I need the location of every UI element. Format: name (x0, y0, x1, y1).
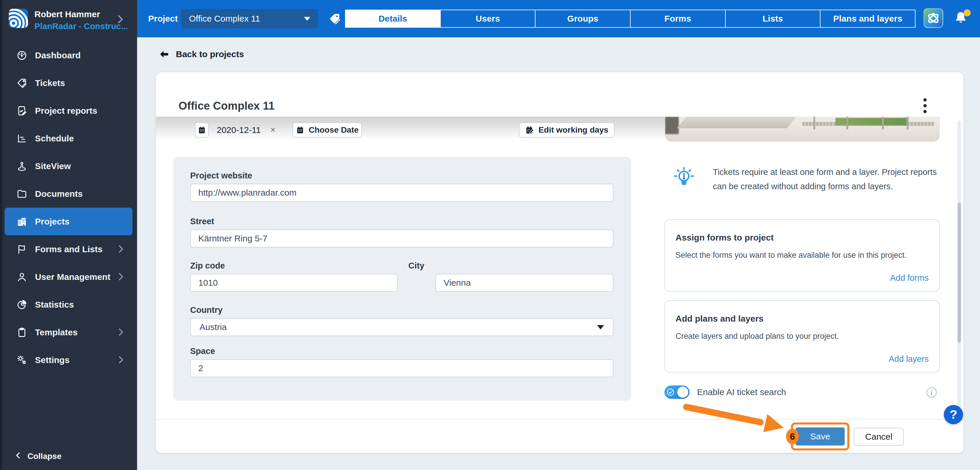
address-form-panel: Project website Street Zip code City Cou… (173, 157, 631, 401)
cancel-button[interactable]: Cancel (854, 428, 904, 446)
chevron-down-icon (304, 17, 310, 21)
chevron-left-icon (13, 451, 23, 462)
chevron-right-icon (116, 327, 126, 337)
assign-forms-title: Assign forms to project (676, 233, 774, 243)
planradar-logo-icon (9, 9, 28, 28)
tags-icon[interactable] (328, 12, 342, 25)
choose-date-button[interactable]: Choose Date (293, 122, 362, 138)
gears-icon (16, 354, 27, 366)
country-select[interactable]: Austria (190, 318, 613, 336)
assign-forms-body: Select the forms you want to make availa… (676, 251, 907, 260)
tab-forms[interactable]: Forms (630, 10, 725, 27)
sidebar-item-label: Documents (35, 189, 83, 199)
start-date-picker-button[interactable] (195, 122, 209, 138)
chevron-right-icon (116, 244, 126, 254)
add-plans-title: Add plans and layers (676, 314, 764, 324)
sidebar-item-label: SiteView (35, 161, 71, 171)
folder-icon (16, 188, 27, 199)
tab-groups[interactable]: Groups (535, 10, 630, 27)
zip-label: Zip code (190, 261, 225, 271)
sidebar-item-dashboard[interactable]: Dashboard (5, 41, 132, 69)
start-date-value[interactable]: 2020-12-11 (217, 125, 261, 135)
sidebar-item-label: Schedule (35, 133, 74, 143)
notification-badge-dot (964, 10, 970, 16)
tip-row: Tickets require at least one form and a … (664, 165, 940, 194)
sidebar-item-label: Statistics (35, 300, 74, 310)
sidebar-item-forms-and-lists[interactable]: Forms and Lists (5, 235, 132, 263)
calendar-icon (197, 125, 206, 134)
ticket-tag-icon (16, 78, 27, 89)
clipboard-icon (16, 327, 27, 338)
chevron-right-icon[interactable] (115, 13, 126, 25)
profile-header[interactable]: Robert Hammer PlanRadar - Construc... (0, 0, 137, 41)
edit-working-days-label: Edit working days (538, 125, 608, 135)
sidebar-item-templates[interactable]: Templates (5, 318, 132, 346)
street-field[interactable] (190, 229, 613, 248)
add-forms-link[interactable]: Add forms (890, 273, 929, 283)
edit-working-days-button[interactable]: Edit working days (519, 122, 614, 138)
sidebar-item-siteview[interactable]: SiteView (5, 152, 132, 180)
sidebar-item-projects[interactable]: Projects (5, 208, 132, 235)
back-to-projects-link[interactable]: Back to projects (159, 49, 244, 59)
sidebar-item-label: Dashboard (35, 51, 81, 60)
sidebar-item-label: Forms and Lists (35, 245, 103, 254)
sidebar-item-schedule[interactable]: Schedule (5, 124, 132, 152)
person-pin-icon (16, 160, 27, 172)
arrow-left-icon (159, 49, 169, 59)
scrollbar-thumb[interactable] (958, 203, 961, 343)
space-field[interactable] (190, 359, 613, 377)
sidebar-item-label: Project reports (35, 106, 97, 116)
zip-field[interactable] (190, 274, 398, 292)
flag-icon (16, 244, 27, 255)
add-layers-link[interactable]: Add layers (889, 354, 929, 364)
city-label: City (408, 261, 425, 271)
tab-plans-and-layers[interactable]: Plans and layers (820, 10, 915, 27)
annotation-save-highlight: Save (791, 422, 850, 451)
street-label: Street (190, 217, 214, 226)
add-plans-card: Add plans and layers Create layers and u… (664, 300, 940, 373)
sidebar-item-label: Projects (35, 217, 69, 227)
country-label: Country (190, 305, 223, 315)
add-plans-body: Create layers and upload plans to your p… (676, 332, 839, 341)
website-label: Project website (190, 171, 252, 181)
ai-connect-app-button[interactable] (923, 8, 943, 28)
pie-chart-icon (16, 299, 27, 310)
tab-users[interactable]: Users (440, 10, 535, 27)
sidebar-item-label: Settings (35, 355, 69, 365)
scrollbar-track[interactable] (958, 121, 961, 418)
ai-ticket-search-toggle[interactable] (664, 386, 689, 399)
tip-text: Tickets require at least one form and a … (713, 165, 940, 194)
clear-date-icon[interactable]: × (270, 125, 275, 135)
city-field[interactable] (436, 274, 613, 292)
info-icon[interactable] (925, 386, 938, 399)
save-button[interactable]: Save (795, 427, 845, 446)
collapse-sidebar-button[interactable]: Collapse (13, 449, 62, 464)
help-button[interactable]: ? (944, 405, 963, 424)
sidebar-item-label: Templates (35, 327, 78, 337)
sidebar-item-documents[interactable]: Documents (5, 180, 132, 208)
sidebar-item-project-reports[interactable]: Project reports (5, 97, 132, 124)
website-field[interactable] (190, 184, 613, 202)
sidebar-item-settings[interactable]: Settings (5, 346, 132, 374)
notifications-bell-icon[interactable] (953, 10, 970, 27)
sidebar-nav: Dashboard Tickets (0, 41, 137, 374)
sidebar-item-label: Tickets (35, 78, 65, 88)
sidebar-item-label: User Management (35, 272, 110, 282)
lightbulb-tip-icon (671, 165, 697, 190)
tab-details[interactable]: Details (346, 10, 440, 27)
annotation-step-badge: 6 (786, 429, 799, 445)
sidebar-item-tickets[interactable]: Tickets (5, 69, 132, 97)
user-name: Robert Hammer (34, 10, 100, 19)
sidebar-item-user-management[interactable]: User Management (5, 263, 132, 291)
main-content: Back to projects Office Complex 11 2020-… (137, 37, 980, 470)
ai-toggle-row: Enable AI ticket search (664, 384, 940, 401)
tab-lists[interactable]: Lists (725, 10, 820, 27)
kebab-menu-icon[interactable] (918, 97, 932, 114)
chevron-right-icon (116, 272, 126, 282)
ai-toggle-label: Enable AI ticket search (697, 387, 786, 397)
assign-forms-card: Assign forms to project Select the forms… (664, 219, 940, 292)
sidebar: Robert Hammer PlanRadar - Construc... Da… (0, 0, 137, 470)
sidebar-item-statistics[interactable]: Statistics (5, 291, 132, 318)
project-selector[interactable]: Office Complex 11 (181, 9, 318, 28)
back-link-label: Back to projects (176, 49, 244, 59)
